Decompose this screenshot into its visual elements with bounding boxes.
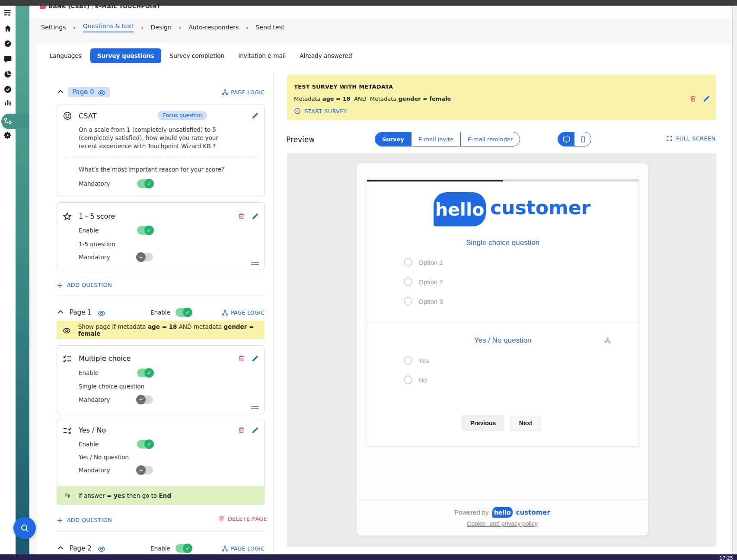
home-icon[interactable] [3,24,12,33]
page0-pill[interactable]: Page 0 [68,87,110,97]
eye-icon[interactable] [98,309,105,315]
drag-handle-icon[interactable] [251,261,259,266]
csat-mandatory-label: Mandatory [79,180,110,187]
collapse-page0-icon[interactable] [57,88,64,96]
plus-icon: + [57,515,63,525]
cookie-policy-link[interactable]: Cookie- and privacy policy [467,520,537,527]
edit-score-icon[interactable] [252,213,259,220]
touchpoint-wizard-icon[interactable] [3,117,12,126]
delete-page-button[interactable]: DELETE PAGE [218,515,267,522]
tab-languages[interactable]: Languages [45,48,87,63]
radio-icon[interactable] [404,258,412,267]
breadcrumb-settings[interactable]: Settings [41,24,66,31]
multi-mandatory-toggle[interactable]: − [137,395,153,404]
radio-icon[interactable] [404,375,412,384]
multiple-choice-card[interactable]: Multiple choice Enable ✓ Single choice q… [57,345,265,414]
previous-button[interactable]: Previous [462,415,504,431]
search-fab[interactable] [13,517,36,539]
conversations-icon[interactable] [3,55,12,64]
breadcrumb-send-test[interactable]: Send test [256,24,285,31]
settings-gear-icon[interactable] [3,131,12,140]
footer-logo-bubble: hello [492,507,513,518]
add-question-button-page0[interactable]: + ADD QUESTION [57,280,112,290]
tab-invitation-email[interactable]: Invitation e-mail [233,48,291,63]
score-enable-toggle[interactable]: ✓ [137,226,153,235]
yes-no-card[interactable]: Yes / No Enable ✓ Yes / No question Mand… [57,419,265,505]
question-logic-icon[interactable] [604,337,611,344]
add-question-button-page1[interactable]: + ADD QUESTION [57,515,112,525]
tab-survey-completion[interactable]: Survey completion [165,48,230,63]
csat-mandatory-toggle[interactable]: ✓ [137,179,153,188]
edit-csat-icon[interactable] [252,112,259,119]
page0-logic-button[interactable]: PAGE LOGIC [222,89,265,95]
start-survey-button[interactable]: START SURVEY [294,108,347,115]
yesno-mandatory-toggle[interactable]: − [137,466,153,474]
preview-mode-switch: Survey E-mail invite E-mail reminder [375,132,520,146]
page1-label: Page 1 [70,309,92,316]
smiley-icon [63,111,72,121]
csat-question-card[interactable]: CSAT Focus question On a scale from 1 (c… [57,105,265,197]
taskbar-clock: 17:25 [719,555,733,560]
tab-already-answered[interactable]: Already answered [294,48,357,63]
chevron-right-icon: › [246,24,248,31]
fullscreen-button[interactable]: FULL SCREEN [666,135,715,142]
browser-topbar [0,0,737,6]
next-button[interactable]: Next [510,415,541,431]
edit-multiple-choice-icon[interactable] [252,355,259,362]
page0-label: Page 0 [72,88,94,96]
mode-survey[interactable]: Survey [375,132,411,146]
eye-icon[interactable] [98,89,105,95]
chevron-right-icon: › [73,24,75,31]
phone-icon [579,136,587,143]
breadcrumb-auto-responders[interactable]: Auto-responders [188,24,239,31]
page1-enable-toggle[interactable]: ✓ [175,308,191,317]
radio-icon[interactable] [404,277,412,286]
edit-yes-no-icon[interactable] [252,426,259,434]
desktop-preview-button[interactable] [558,132,574,146]
statistics-bars-icon[interactable] [3,98,12,107]
chevron-right-icon: › [179,24,181,31]
option-row[interactable]: Option 1 [404,258,443,267]
score-mandatory-toggle[interactable]: − [137,253,153,261]
radio-icon[interactable] [404,297,412,305]
multi-enable-toggle[interactable]: ✓ [137,369,153,377]
drag-handle-icon[interactable] [251,405,259,410]
multi-mandatory-label: Mandatory [79,396,110,403]
page2-enable-toggle[interactable]: ✓ [175,544,191,553]
score-question-card[interactable]: 1 - 5 score Enable ✓ 1-5 question Mandat… [57,202,265,270]
edit-test-icon[interactable] [703,95,710,102]
collapse-page2-icon[interactable] [57,544,64,552]
yes-no-icon [62,426,72,436]
option-row[interactable]: Option 3 [404,297,443,305]
delete-page-label: DELETE PAGE [228,515,267,522]
collapse-page1-icon[interactable] [57,309,64,316]
reports-pie-icon[interactable] [3,70,12,79]
yesno-enable-toggle[interactable]: ✓ [137,440,153,449]
multi-subtitle: Single choice question [79,383,144,390]
delete-multiple-choice-icon[interactable] [238,355,245,362]
breadcrumb-questions-text[interactable]: Questions & text [83,22,134,32]
mobile-preview-button[interactable] [574,132,591,146]
powered-by-label: Powered by [454,509,488,516]
device-toggle [558,132,591,146]
page1-logic-button[interactable]: PAGE LOGIC [222,309,265,316]
option-row[interactable]: No [404,375,427,384]
option-row[interactable]: Yes [404,356,429,365]
mode-email-invite[interactable]: E-mail invite [411,132,460,146]
radio-icon[interactable] [404,356,412,365]
mode-email-reminder[interactable]: E-mail reminder [460,132,520,146]
eye-icon[interactable] [98,545,105,551]
single-choice-question-title: Single choice question [367,239,639,247]
breadcrumb-design[interactable]: Design [151,24,172,31]
dashboard-gauge-icon[interactable] [3,39,12,48]
tab-survey-questions[interactable]: Survey questions [90,48,161,63]
tasks-check-icon[interactable] [3,85,12,94]
page2-logic-button[interactable]: PAGE LOGIC [222,545,265,552]
test-survey-banner: TEST SURVEY WITH METADATA Metadata age =… [287,75,716,120]
delete-score-icon[interactable] [238,213,245,220]
collapse-menu-icon[interactable] [3,9,12,17]
delete-test-icon[interactable] [689,95,697,102]
option-row[interactable]: Option 2 [404,277,443,286]
delete-yes-no-icon[interactable] [238,426,245,434]
page-scrollbar[interactable] [732,6,737,554]
